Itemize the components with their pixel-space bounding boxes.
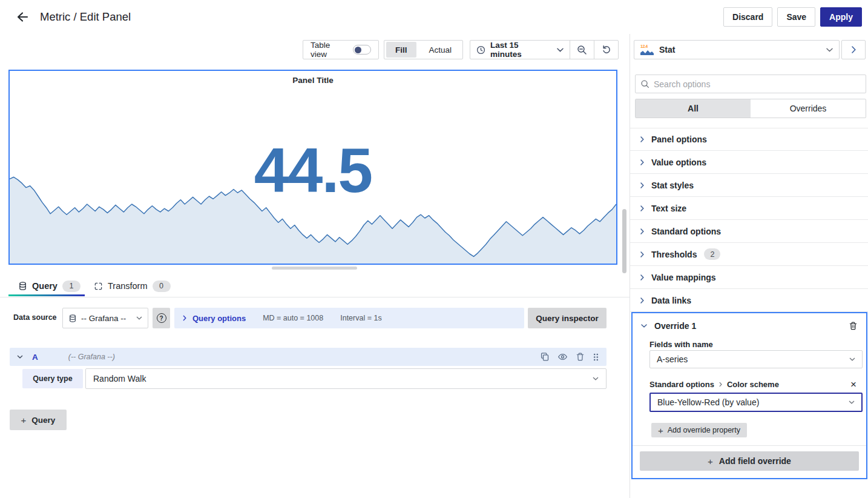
section-standard-options[interactable]: Standard options xyxy=(630,220,868,243)
override-section: Override 1 Fields with name A-series Sta… xyxy=(631,312,867,479)
datasource-label: Data source xyxy=(13,313,57,322)
query-ref-id: A xyxy=(32,353,38,362)
search-icon xyxy=(640,79,649,88)
field-name-select[interactable]: A-series xyxy=(649,350,863,368)
section-value-mappings[interactable]: Value mappings xyxy=(630,266,868,289)
query-type-value: Random Walk xyxy=(93,374,146,383)
property-path-name: Color scheme xyxy=(727,380,779,389)
query-type-select[interactable]: Random Walk xyxy=(85,368,607,389)
scrollbar-thumb[interactable] xyxy=(622,209,626,273)
transform-count-badge: 0 xyxy=(153,281,171,292)
zoom-out-button[interactable] xyxy=(570,40,594,59)
property-path-category: Standard options xyxy=(649,380,714,389)
collapse-pane-button[interactable] xyxy=(841,40,866,59)
visualization-name: Stat xyxy=(659,45,675,55)
section-label: Text size xyxy=(651,204,686,213)
options-sections: Panel options Value options Stat styles … xyxy=(630,128,868,312)
add-override-property-button[interactable]: + Add override property xyxy=(651,423,747,437)
duplicate-icon[interactable] xyxy=(540,352,550,362)
discard-button[interactable]: Discard xyxy=(723,7,772,27)
time-range-label: Last 15 minutes xyxy=(490,41,552,59)
add-query-label: Query xyxy=(31,416,55,425)
thresholds-count-badge: 2 xyxy=(704,248,720,260)
chevron-down-icon xyxy=(593,377,599,380)
datasource-picker[interactable]: -- Grafana -- xyxy=(62,308,148,328)
tab-overrides[interactable]: Overrides xyxy=(751,99,866,118)
query-options-label: Query options xyxy=(192,314,246,323)
table-view-label: Table view xyxy=(311,41,347,59)
section-value-options[interactable]: Value options xyxy=(630,151,868,174)
time-range-picker[interactable]: Last 15 minutes xyxy=(470,40,570,59)
database-icon xyxy=(18,281,27,291)
add-field-override-button[interactable]: + Add field override xyxy=(640,451,859,471)
options-search xyxy=(635,75,866,93)
section-data-links[interactable]: Data links xyxy=(630,289,868,312)
back-arrow-icon[interactable] xyxy=(15,9,30,25)
actual-option[interactable]: Actual xyxy=(420,42,461,58)
section-label: Thresholds xyxy=(651,250,697,259)
tab-transform-label: Transform xyxy=(108,281,148,291)
query-inspector-button[interactable]: Query inspector xyxy=(528,308,607,328)
max-datapoints-text: MD = auto = 1008 xyxy=(263,314,323,322)
help-icon: ? xyxy=(157,313,166,323)
override-divider xyxy=(633,445,866,446)
chevron-down-icon xyxy=(849,357,855,361)
header-actions: Discard Save Apply xyxy=(723,7,862,27)
query-count-badge: 1 xyxy=(62,281,81,292)
clock-icon xyxy=(476,45,485,55)
section-label: Standard options xyxy=(651,227,721,236)
drag-handle-icon[interactable] xyxy=(593,353,599,362)
tab-transform[interactable]: Transform 0 xyxy=(94,277,171,294)
table-view-toggle[interactable] xyxy=(353,45,371,55)
query-datasource-hint: (-- Grafana --) xyxy=(68,353,115,361)
visualization-picker[interactable]: 12.4 Stat xyxy=(634,40,840,59)
add-override-property-label: Add override property xyxy=(668,426,740,434)
query-options-bar[interactable]: Query options MD = auto = 1008 Interval … xyxy=(174,308,524,328)
eye-icon[interactable] xyxy=(557,352,568,362)
chevron-down-icon xyxy=(849,400,855,404)
delete-override-icon[interactable] xyxy=(849,321,858,331)
color-scheme-select[interactable]: Blue-Yellow-Red (by value) xyxy=(649,393,863,412)
field-name-value: A-series xyxy=(657,354,688,364)
chevron-down-icon xyxy=(557,48,564,52)
fill-option[interactable]: Fill xyxy=(386,42,416,58)
chevron-right-icon xyxy=(719,382,722,387)
section-label: Data links xyxy=(651,296,691,305)
override-header[interactable]: Override 1 xyxy=(641,317,858,335)
section-thresholds[interactable]: Thresholds 2 xyxy=(630,243,868,266)
active-tab-underline xyxy=(8,294,85,296)
color-scheme-value: Blue-Yellow-Red (by value) xyxy=(657,397,759,407)
search-input[interactable] xyxy=(654,79,861,89)
section-text-size[interactable]: Text size xyxy=(630,197,868,220)
chevron-right-icon xyxy=(852,46,856,53)
tabs-divider xyxy=(0,297,630,297)
section-stat-styles[interactable]: Stat styles xyxy=(630,174,868,197)
fields-with-name-label: Fields with name xyxy=(649,340,713,349)
toggle-knob xyxy=(355,47,361,53)
datasource-value: -- Grafana -- xyxy=(81,314,126,323)
tab-query[interactable]: Query 1 xyxy=(18,277,81,294)
panel-resize-handle[interactable] xyxy=(272,267,357,270)
time-controls: Last 15 minutes xyxy=(470,40,619,59)
add-query-button[interactable]: + Query xyxy=(10,410,67,430)
chevron-down-icon[interactable] xyxy=(17,355,23,359)
save-button[interactable]: Save xyxy=(777,7,815,27)
panel-preview[interactable]: Panel Title 44.5 xyxy=(8,70,617,265)
section-label: Value mappings xyxy=(651,273,716,282)
query-row-actions xyxy=(540,352,599,362)
interval-text: Interval = 1s xyxy=(340,314,381,322)
refresh-button[interactable] xyxy=(594,40,619,59)
remove-property-icon[interactable]: × xyxy=(850,379,856,390)
transform-icon xyxy=(94,282,103,291)
panel-title: Panel Title xyxy=(10,76,616,85)
trash-icon[interactable] xyxy=(576,352,585,362)
section-panel-options[interactable]: Panel options xyxy=(630,128,868,151)
section-label: Panel options xyxy=(651,134,707,144)
tab-all[interactable]: All xyxy=(636,99,751,118)
tab-query-label: Query xyxy=(32,281,58,291)
apply-button[interactable]: Apply xyxy=(820,7,862,27)
datasource-help-button[interactable]: ? xyxy=(153,308,170,328)
query-row-header[interactable]: A (-- Grafana --) xyxy=(10,348,607,366)
override-property-row: Standard options Color scheme × xyxy=(649,379,856,390)
zoom-out-icon xyxy=(577,45,587,55)
